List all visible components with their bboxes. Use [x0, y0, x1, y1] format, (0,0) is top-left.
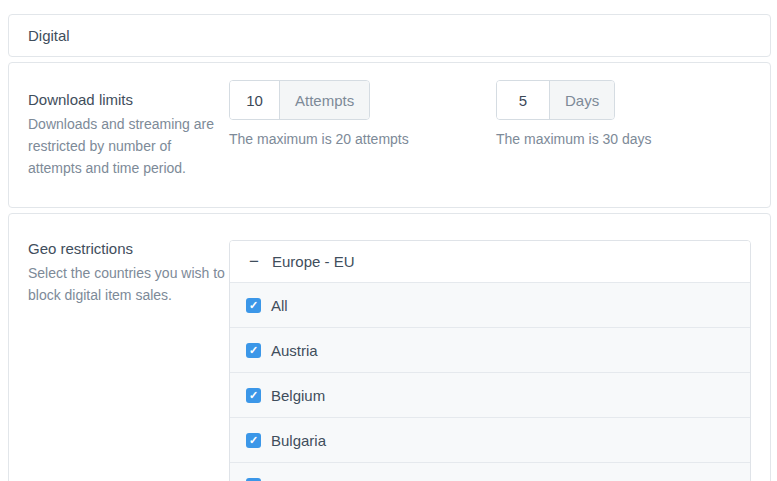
attempts-input-group: Attempts	[229, 80, 370, 120]
download-limits-title: Download limits	[28, 91, 133, 108]
country-row-all[interactable]: ✓ All	[230, 282, 750, 327]
checkbox-checked-icon[interactable]: ✓	[246, 343, 261, 358]
geo-restrictions-card: Geo restrictions Select the countries yo…	[8, 213, 771, 481]
country-label: Cyprus	[271, 477, 319, 481]
country-row-belgium[interactable]: ✓ Belgium	[230, 372, 750, 417]
digital-section-card: Digital	[8, 14, 771, 57]
attempts-helper-text: The maximum is 20 attempts	[229, 131, 409, 147]
region-group-label: Europe - EU	[272, 253, 355, 270]
geo-restrictions-description: Select the countries you wish to block d…	[28, 262, 226, 306]
checkbox-checked-icon[interactable]: ✓	[246, 433, 261, 448]
attempts-input[interactable]	[230, 81, 279, 119]
days-helper-text: The maximum is 30 days	[496, 131, 652, 147]
checkbox-checked-icon[interactable]: ✓	[246, 478, 261, 481]
download-limits-card: Download limits Downloads and streaming …	[8, 62, 771, 208]
geo-restrictions-title: Geo restrictions	[28, 240, 133, 257]
country-row-bulgaria[interactable]: ✓ Bulgaria	[230, 417, 750, 462]
checkbox-checked-icon[interactable]: ✓	[246, 298, 261, 313]
attempts-unit-addon: Attempts	[279, 81, 369, 119]
country-label: All	[271, 297, 288, 314]
country-row-austria[interactable]: ✓ Austria	[230, 327, 750, 372]
checkbox-checked-icon[interactable]: ✓	[246, 388, 261, 403]
collapse-minus-icon[interactable]: −	[249, 253, 262, 270]
country-label: Bulgaria	[271, 432, 326, 449]
days-input-group: Days	[496, 80, 615, 120]
days-unit-addon: Days	[549, 81, 614, 119]
country-label: Belgium	[271, 387, 325, 404]
page-title: Digital	[9, 15, 770, 56]
country-list-panel: − Europe - EU ✓ All ✓ Austria ✓ Belgium …	[229, 240, 751, 481]
download-limits-description: Downloads and streaming are restricted b…	[28, 113, 226, 179]
country-row-cyprus[interactable]: ✓ Cyprus	[230, 462, 750, 481]
region-group-header[interactable]: − Europe - EU	[230, 241, 750, 282]
days-input[interactable]	[497, 81, 549, 119]
country-label: Austria	[271, 342, 318, 359]
